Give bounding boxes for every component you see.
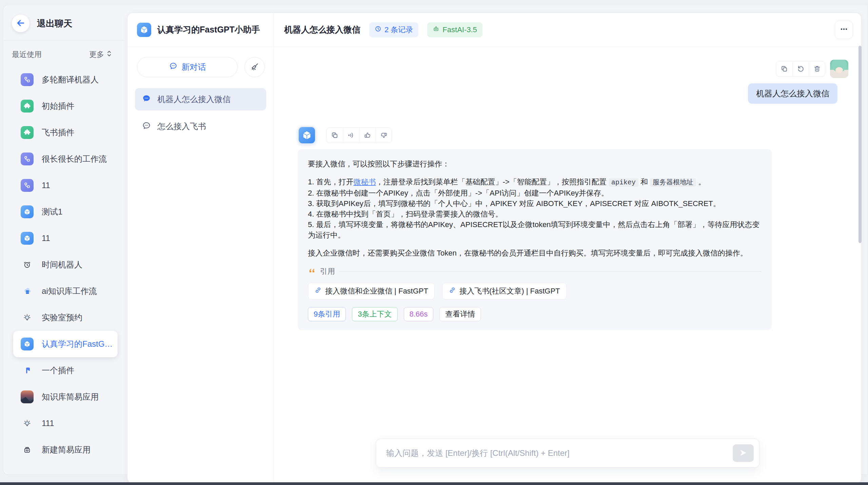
exit-chat-label: 退出聊天: [37, 18, 72, 29]
sidebar-app-label: 111: [42, 419, 54, 428]
robot-icon: [433, 25, 439, 34]
sidebar-app-label: 一个插件: [42, 365, 74, 376]
ai-step-line: 2. 在微秘书中创建一个APIKey，点击「外部使用」->「API访问」创建一个…: [308, 188, 762, 198]
send-icon: [738, 448, 748, 459]
flag-icon: [21, 364, 34, 377]
quote-label: 引用: [320, 266, 335, 277]
sidebar-app-item[interactable]: 飞书插件: [3, 119, 118, 146]
sidebar-app-label: 11: [42, 181, 50, 190]
ai-step-line: 4. 在微秘书中找到「首页」，扫码登录需要接入的微信号。: [308, 209, 762, 219]
sidebar-app-item[interactable]: 一个插件: [3, 357, 118, 384]
history-item[interactable]: 机器人怎么接入微信: [135, 88, 266, 110]
sidebar-app-item[interactable]: 多轮翻译机器人: [3, 66, 118, 93]
copy-icon[interactable]: [776, 61, 792, 76]
message-input[interactable]: [376, 448, 733, 458]
ai-intro-text: 要接入微信，可以按照以下步骤进行操作：: [308, 159, 762, 169]
inline-link[interactable]: 微秘书: [353, 178, 376, 186]
chat-history-list: 机器人怎么接入微信怎么接入飞书: [127, 83, 274, 142]
citation-label: 接入微信和企业微信 | FastGPT: [325, 286, 428, 296]
ai-step-text: 最后，填写环境变量，将微秘书的APIKey、APISECRET以及企微token…: [308, 220, 760, 239]
sidebar-app-label: 11: [42, 234, 50, 243]
sidebar-app-item[interactable]: 实验室预约: [3, 304, 118, 331]
records-badge[interactable]: 2 条记录: [369, 22, 418, 37]
ai-step-text: 首先，打开: [316, 178, 353, 186]
send-button[interactable]: [733, 444, 754, 462]
sidebar-app-item[interactable]: 很长很长的工作流: [3, 146, 118, 172]
ai-message-bubble: 要接入微信，可以按照以下步骤进行操作： 1. 首先，打开微秘书，注册登录后找到菜…: [298, 149, 772, 330]
sidebar-app-item[interactable]: 11: [3, 172, 118, 199]
ai-step-line: 3. 获取到APIKey后，填写到微秘书的「个人中心」中，APIKEY 对应 A…: [308, 198, 762, 209]
ai-step-text: 获取到APIKey后，填写到微秘书的「个人中心」中，APIKEY 对应 AIBO…: [316, 199, 720, 208]
bottom-bar: [0, 482, 868, 485]
ai-avatar: [298, 126, 316, 144]
chat-column: 机器人怎么接入微信 2 条记录 FastAI-3.5: [274, 13, 861, 483]
sidebar-app-item[interactable]: 时间机器人: [3, 251, 118, 278]
photo-icon: [21, 390, 34, 403]
citation-chip[interactable]: 接入微信和企业微信 | FastGPT: [308, 283, 435, 300]
delete-icon[interactable]: [809, 61, 825, 76]
ellipsis-icon: [840, 25, 848, 35]
link-icon: [449, 286, 456, 296]
response-tag[interactable]: 8.66s: [404, 307, 434, 321]
chat-more-button[interactable]: [835, 21, 853, 39]
sidebar-app-item[interactable]: 111: [3, 410, 118, 437]
sidebar-app-item[interactable]: 测试1: [3, 199, 118, 225]
user-avatar: [830, 60, 848, 78]
bulb-icon: [21, 417, 34, 430]
sidebar-app-item[interactable]: 新建简易应用: [3, 437, 118, 463]
history-item-title: 机器人怎么接入微信: [157, 94, 231, 105]
more-sort-button[interactable]: 更多: [89, 49, 112, 60]
sidebar-app-item[interactable]: 知识库简易应用: [3, 384, 118, 410]
response-tag[interactable]: 9条引用: [308, 307, 346, 321]
new-chat-row: 新对话: [127, 47, 274, 83]
ai-message: 要接入微信，可以按照以下步骤进行操作： 1. 首先，打开微秘书，注册登录后找到菜…: [298, 126, 848, 330]
sidebar-app-label: 新建简易应用: [42, 444, 91, 455]
chat-bubble-icon: [142, 121, 151, 132]
quote-icon: [308, 267, 316, 276]
chat-title: 机器人怎么接入微信: [284, 24, 360, 35]
clear-history-button[interactable]: [244, 57, 265, 77]
quote-header: 引用: [308, 266, 762, 277]
clock-icon: [375, 25, 381, 34]
ai-step-text: 。: [696, 178, 706, 186]
plugin-icon: [21, 126, 34, 139]
ai-step-line: 5. 最后，填写环境变量，将微秘书的APIKey、APISECRET以及企微to…: [308, 219, 762, 240]
workflow-icon: [21, 179, 34, 192]
exit-chat-button[interactable]: [12, 15, 29, 32]
retry-icon[interactable]: [792, 61, 809, 76]
recent-row: 最近使用 更多: [3, 41, 124, 63]
ai-outro-text: 接入企业微信时，还需要购买企业微信 Token，在微秘书的会员开通栏目中自行购买…: [308, 248, 762, 258]
broom-icon: [250, 62, 259, 73]
sidebar-app-label: 认真学习的FastGPT...: [42, 339, 115, 349]
sidebar-app-item[interactable]: 初始插件: [3, 93, 118, 119]
ai-step-text: 在微秘书中找到「首页」，扫码登录需要接入的微信号。: [316, 210, 502, 218]
response-tag[interactable]: 3条上下文: [352, 307, 397, 321]
sidebar-app-item[interactable]: 11: [3, 225, 118, 251]
inline-code: apikey: [609, 178, 638, 187]
message-input-bar: [376, 439, 760, 468]
chat-header: 机器人怎么接入微信 2 条记录 FastAI-3.5: [274, 13, 861, 47]
ai-message-toolbar: [298, 126, 848, 144]
sidebar-app-item[interactable]: 认真学习的FastGPT...: [13, 331, 118, 357]
workflow-icon: [21, 153, 34, 165]
scrollbar-thumb[interactable]: [859, 46, 862, 243]
chat-list-column: 认真学习的FastGPT小助手 新对话 机器人怎么接入微信怎么接入飞书: [127, 13, 274, 483]
citation-chip[interactable]: 接入飞书(社区文章) | FastGPT: [442, 283, 567, 300]
sidebar-app-label: 时间机器人: [42, 259, 82, 270]
response-tag[interactable]: 查看详情: [439, 307, 481, 321]
thumbs-up-icon[interactable]: [359, 128, 375, 143]
model-badge[interactable]: FastAI-3.5: [427, 22, 482, 37]
new-chat-button[interactable]: 新对话: [137, 57, 238, 77]
read-aloud-icon[interactable]: [343, 128, 359, 143]
thumbs-down-icon[interactable]: [375, 128, 392, 143]
history-item[interactable]: 怎么接入飞书: [135, 115, 266, 138]
ai-steps-list: 1. 首先，打开微秘书，注册登录后找到菜单栏「基础配置」->「智能配置」，按照指…: [308, 177, 762, 240]
sidebar-app-label: 多轮翻译机器人: [42, 74, 99, 85]
ai-step-text: 和: [638, 178, 650, 186]
copy-icon[interactable]: [327, 128, 343, 143]
sidebar-app-label: 知识库简易应用: [42, 391, 99, 402]
app-title-header: 认真学习的FastGPT小助手: [127, 13, 274, 47]
sidebar-app-item[interactable]: ai知识库工作流: [3, 278, 118, 304]
cube-icon: [21, 205, 34, 218]
messages-area: 机器人怎么接入微信: [274, 47, 861, 483]
